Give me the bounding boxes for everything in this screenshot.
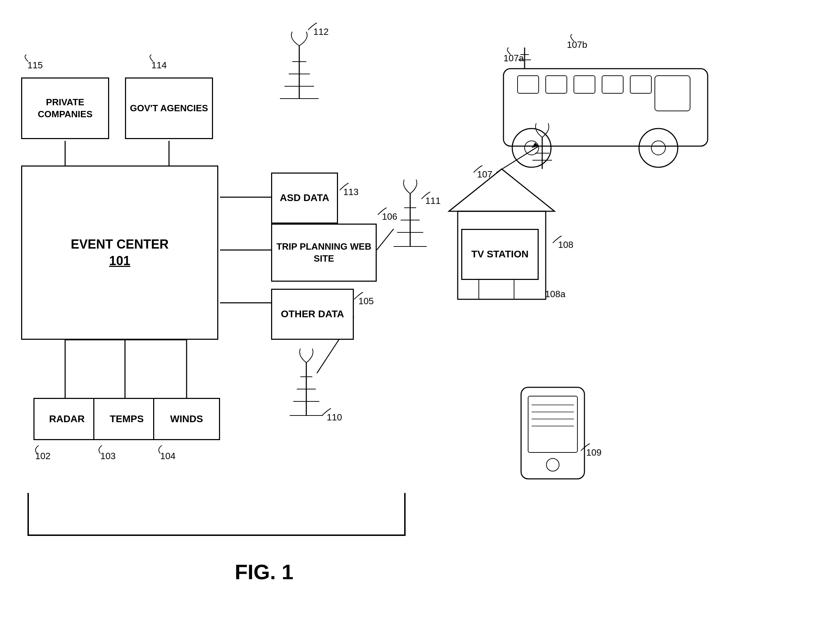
temps-label: TEMPS bbox=[110, 412, 144, 425]
trip-planning-box: TRIP PLANNING WEB SITE bbox=[271, 224, 377, 282]
ref-110-line bbox=[320, 407, 334, 417]
private-companies-box: PRIVATE COMPANIES bbox=[21, 77, 109, 139]
ref-108a: 108a bbox=[545, 289, 566, 300]
other-data-box: OTHER DATA bbox=[271, 289, 354, 340]
tv-station-label: TV STATION bbox=[471, 248, 529, 261]
svg-point-34 bbox=[524, 141, 539, 155]
event-center-ref: 101 bbox=[109, 253, 130, 269]
svg-rect-50 bbox=[528, 396, 577, 452]
private-companies-label: PRIVATE COMPANIES bbox=[22, 97, 108, 120]
trip-planning-label: TRIP PLANNING WEB SITE bbox=[272, 241, 376, 265]
ref-107-line bbox=[472, 164, 486, 174]
figure-label: FIG. 1 bbox=[176, 560, 352, 584]
svg-rect-31 bbox=[630, 76, 652, 93]
svg-point-33 bbox=[512, 129, 551, 167]
ref-115-line bbox=[21, 55, 35, 63]
svg-rect-28 bbox=[546, 76, 567, 93]
ref-112-line bbox=[306, 21, 320, 32]
ref-104-line bbox=[155, 444, 169, 454]
svg-rect-32 bbox=[655, 76, 690, 111]
ref-108-line bbox=[551, 234, 565, 245]
ref-103-line bbox=[95, 444, 109, 454]
svg-point-55 bbox=[546, 458, 559, 471]
govt-agencies-label: GOV'T AGENCIES bbox=[130, 103, 208, 114]
ref-109-line bbox=[579, 442, 593, 452]
asd-data-box: ASD DATA bbox=[271, 173, 338, 224]
govt-agencies-box: GOV'T AGENCIES bbox=[125, 77, 213, 139]
ref-111-line bbox=[420, 190, 434, 201]
ref-106-line bbox=[376, 206, 390, 216]
svg-line-40 bbox=[497, 146, 539, 173]
event-center-label: EVENT CENTER bbox=[71, 236, 169, 253]
svg-point-36 bbox=[652, 141, 665, 155]
radar-box: RADAR bbox=[34, 398, 100, 440]
svg-line-25 bbox=[377, 229, 394, 250]
ref-113-line bbox=[338, 181, 352, 192]
svg-rect-27 bbox=[518, 76, 539, 93]
tv-station-box: TV STATION bbox=[461, 229, 539, 280]
svg-marker-41 bbox=[532, 143, 539, 148]
svg-rect-49 bbox=[521, 387, 584, 479]
ref-114-line bbox=[146, 55, 160, 63]
svg-point-35 bbox=[639, 129, 678, 167]
other-data-label: OTHER DATA bbox=[281, 308, 344, 320]
temps-box: TEMPS bbox=[93, 398, 160, 440]
svg-rect-29 bbox=[574, 76, 595, 93]
diagram: PRIVATE COMPANIES 115 GOV'T AGENCIES 114… bbox=[0, 0, 814, 644]
asd-data-label: ASD DATA bbox=[280, 192, 330, 204]
winds-label: WINDS bbox=[170, 412, 203, 425]
svg-marker-43 bbox=[449, 169, 555, 211]
svg-rect-30 bbox=[602, 76, 623, 93]
ref-105-line bbox=[353, 290, 366, 301]
event-center-box: EVENT CENTER 101 bbox=[21, 166, 218, 340]
radar-label: RADAR bbox=[49, 412, 84, 425]
winds-box: WINDS bbox=[153, 398, 220, 440]
svg-rect-26 bbox=[503, 69, 708, 146]
ref-107a-line bbox=[503, 48, 518, 56]
ref-102-line bbox=[32, 444, 46, 454]
ref-107b-line bbox=[567, 34, 581, 43]
